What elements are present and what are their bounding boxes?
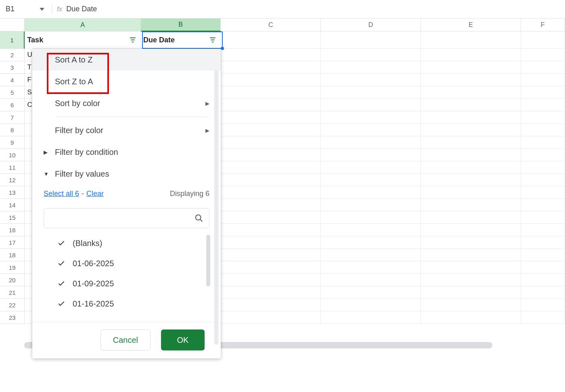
cell-D3[interactable] (321, 61, 421, 74)
filter-search[interactable] (44, 208, 209, 228)
cell-F7[interactable] (521, 111, 565, 124)
clear-link[interactable]: Clear (86, 190, 104, 198)
col-header-D[interactable]: D (321, 19, 421, 31)
cell-C14[interactable] (221, 199, 321, 211)
row-header[interactable]: 9 (0, 136, 25, 149)
row-header[interactable]: 8 (0, 124, 25, 136)
cell-C22[interactable] (221, 299, 321, 311)
cell-C10[interactable] (221, 149, 321, 161)
cell-B1[interactable]: Due Date (141, 31, 221, 49)
cell-D12[interactable] (321, 174, 421, 186)
cell-D19[interactable] (321, 261, 421, 274)
row-header[interactable]: 12 (0, 174, 25, 186)
cell-C23[interactable] (221, 311, 321, 324)
cell-F12[interactable] (521, 174, 565, 186)
cell-E9[interactable] (421, 136, 521, 149)
cell-E23[interactable] (421, 311, 521, 324)
cell-E5[interactable] (421, 86, 521, 99)
cell-F23[interactable] (521, 311, 565, 324)
cell-D8[interactable] (321, 124, 421, 136)
cell-F5[interactable] (521, 86, 565, 99)
row-header[interactable]: 10 (0, 149, 25, 161)
cell-F16[interactable] (521, 224, 565, 236)
cell-F11[interactable] (521, 161, 565, 174)
cell-E18[interactable] (421, 249, 521, 261)
cell-C12[interactable] (221, 174, 321, 186)
cell-C21[interactable] (221, 286, 321, 299)
cell-D5[interactable] (321, 86, 421, 99)
cell-E22[interactable] (421, 299, 521, 311)
filter-value-item[interactable]: 01-16-2025 (44, 294, 209, 314)
filter-by-values[interactable]: ▼ Filter by values (32, 163, 221, 185)
cell-D18[interactable] (321, 249, 421, 261)
cell-E17[interactable] (421, 236, 521, 249)
cell-F9[interactable] (521, 136, 565, 149)
cell-D14[interactable] (321, 199, 421, 211)
cell-C16[interactable] (221, 224, 321, 236)
cell-D20[interactable] (321, 274, 421, 286)
ok-button[interactable]: OK (161, 329, 205, 350)
row-header[interactable]: 18 (0, 249, 25, 261)
cell-D10[interactable] (321, 149, 421, 161)
cell-D16[interactable] (321, 224, 421, 236)
cell-E12[interactable] (421, 174, 521, 186)
row-header[interactable]: 1 (0, 31, 25, 49)
cell-D9[interactable] (321, 136, 421, 149)
cell-E2[interactable] (421, 49, 521, 61)
select-all-corner[interactable] (0, 19, 25, 31)
row-header[interactable]: 7 (0, 111, 25, 124)
value-list-scrollbar[interactable] (206, 235, 210, 286)
row-header[interactable]: 14 (0, 199, 25, 211)
cell-C5[interactable] (221, 86, 321, 99)
cell-E19[interactable] (421, 261, 521, 274)
sort-by-color[interactable]: Sort by color ▶ (32, 92, 221, 114)
formula-input[interactable]: Due Date (66, 5, 97, 13)
filter-by-condition[interactable]: ▶ Filter by condition (32, 141, 221, 163)
cell-D23[interactable] (321, 311, 421, 324)
cell-C19[interactable] (221, 261, 321, 274)
cell-F8[interactable] (521, 124, 565, 136)
row-header[interactable]: 15 (0, 211, 25, 224)
cell-E14[interactable] (421, 199, 521, 211)
cell-E13[interactable] (421, 186, 521, 199)
cell-F20[interactable] (521, 274, 565, 286)
cell-F14[interactable] (521, 199, 565, 211)
row-header[interactable]: 19 (0, 261, 25, 274)
cell-E8[interactable] (421, 124, 521, 136)
row-header[interactable]: 6 (0, 99, 25, 111)
cell-F6[interactable] (521, 99, 565, 111)
cell-D13[interactable] (321, 186, 421, 199)
cell-E4[interactable] (421, 74, 521, 86)
cell-E16[interactable] (421, 224, 521, 236)
cell-D22[interactable] (321, 299, 421, 311)
row-header[interactable]: 2 (0, 49, 25, 61)
cell-C2[interactable] (221, 49, 321, 61)
row-header[interactable]: 23 (0, 311, 25, 324)
cell-F10[interactable] (521, 149, 565, 161)
filter-by-color[interactable]: Filter by color ▶ (32, 119, 221, 141)
cell-C1[interactable] (221, 31, 321, 49)
col-header-B[interactable]: B (141, 19, 221, 31)
col-header-F[interactable]: F (521, 19, 565, 31)
cell-E15[interactable] (421, 211, 521, 224)
filter-search-input[interactable] (50, 214, 195, 223)
cell-E7[interactable] (421, 111, 521, 124)
cell-E10[interactable] (421, 149, 521, 161)
row-header[interactable]: 11 (0, 161, 25, 174)
cell-D21[interactable] (321, 286, 421, 299)
row-header[interactable]: 4 (0, 74, 25, 86)
cell-D1[interactable] (321, 31, 421, 49)
cell-F3[interactable] (521, 61, 565, 74)
cell-A1[interactable]: Task (25, 31, 141, 49)
row-header[interactable]: 21 (0, 286, 25, 299)
cell-F4[interactable] (521, 74, 565, 86)
row-header[interactable]: 5 (0, 86, 25, 99)
row-header[interactable]: 16 (0, 224, 25, 236)
cell-E11[interactable] (421, 161, 521, 174)
filter-value-item[interactable]: 01-09-2025 (44, 273, 209, 294)
cell-C18[interactable] (221, 249, 321, 261)
col-header-A[interactable]: A (25, 19, 141, 31)
cell-E1[interactable] (421, 31, 521, 49)
cell-D17[interactable] (321, 236, 421, 249)
cell-C7[interactable] (221, 111, 321, 124)
